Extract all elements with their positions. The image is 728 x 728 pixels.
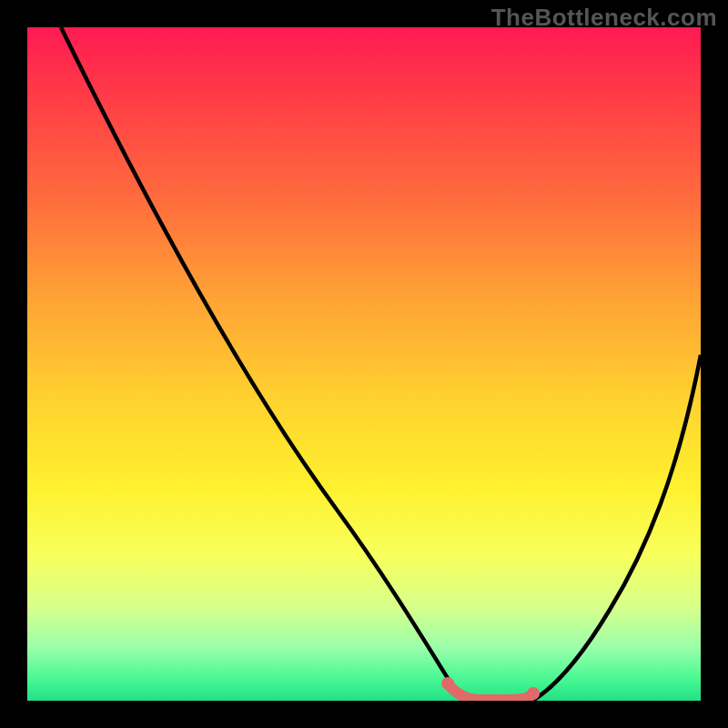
chart-frame: TheBottleneck.com [0,0,728,728]
optimal-start-dot [441,677,454,690]
plot-area [27,27,701,701]
optimal-end-dot [527,687,540,700]
optimal-zone-marker [448,683,533,700]
left-curve [61,27,473,701]
right-curve [532,355,701,701]
curve-layer [27,27,701,701]
